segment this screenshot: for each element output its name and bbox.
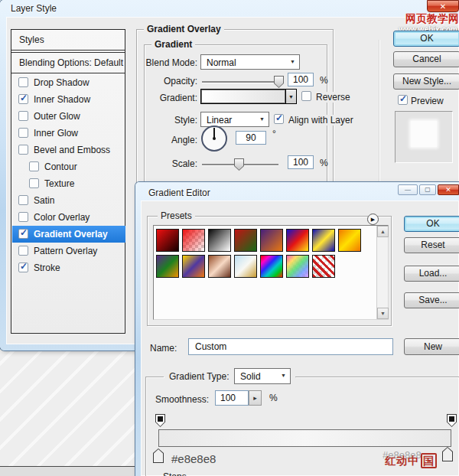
blend-mode-dropdown[interactable]: Normal	[200, 54, 300, 70]
gradient-editor-title: Gradient Editor	[148, 187, 210, 198]
reverse-label: Reverse	[314, 92, 352, 103]
gradient-preset-red-to-transparent[interactable]	[182, 229, 205, 252]
new-button[interactable]: New	[404, 338, 459, 355]
presets-box: ▲ ▼	[153, 225, 389, 320]
scale-input[interactable]: 100	[288, 155, 314, 169]
gradient-type-dropdown[interactable]: Solid	[234, 368, 291, 384]
style-item-outer-glow[interactable]: Outer Glow	[12, 108, 125, 125]
preset-tiles	[154, 226, 376, 321]
reset-button[interactable]: Reset	[404, 237, 459, 253]
style-item-inner-glow[interactable]: Inner Glow	[12, 125, 125, 142]
opacity-input[interactable]: 100	[288, 73, 314, 86]
scroll-down-icon[interactable]: ▼	[377, 308, 389, 319]
gradient-subgroup-title: Gradient	[151, 39, 195, 50]
preview-checkbox[interactable]	[398, 95, 408, 105]
gradient-editor-window: Gradient Editor — ▢ ✕ Presets ▶ ▲ ▼ Name…	[135, 182, 459, 476]
group-line	[145, 377, 146, 476]
gradient-type-value: Solid	[240, 371, 261, 382]
stops-group-title: Stops	[163, 471, 187, 476]
style-item-gradient-overlay[interactable]: Gradient Overlay	[12, 226, 125, 243]
angle-input[interactable]: 90	[236, 131, 266, 145]
style-item-label: Texture	[44, 178, 74, 189]
reverse-checkbox[interactable]	[301, 91, 311, 101]
opacity-slider-track[interactable]	[202, 81, 282, 83]
gradient-preset-orange-yellow-orange[interactable]	[338, 229, 361, 252]
presets-scrollbar[interactable]: ▲ ▼	[376, 226, 388, 319]
style-item-label: Pattern Overlay	[34, 246, 97, 256]
style-item-label: Inner Glow	[34, 128, 78, 139]
gradient-swatch-arrow[interactable]: ▼	[285, 89, 297, 104]
opacity-unit: %	[320, 75, 328, 86]
style-item-contour[interactable]: Contour	[12, 158, 125, 175]
unchecked-checkbox-icon[interactable]	[18, 195, 28, 205]
gradient-preset-blue-yellow-blue[interactable]	[312, 229, 335, 252]
scroll-up-icon[interactable]: ▲	[377, 226, 389, 237]
name-input[interactable]: Custom	[188, 338, 393, 355]
maximize-icon[interactable]: ▢	[419, 184, 436, 195]
style-item-label: Inner Shadow	[34, 94, 90, 105]
close-icon[interactable]: ✕	[438, 184, 459, 195]
unchecked-checkbox-icon[interactable]	[18, 212, 28, 222]
style-item-satin[interactable]: Satin	[12, 192, 125, 209]
style-item-label: Color Overlay	[34, 212, 90, 223]
unchecked-checkbox-icon[interactable]	[18, 246, 28, 256]
background-footer	[0, 467, 142, 476]
gradient-preset-red-to-black[interactable]	[156, 229, 179, 252]
align-with-layer-checkbox[interactable]	[274, 114, 284, 124]
ok-button[interactable]: OK	[404, 216, 459, 232]
checked-checkbox-icon[interactable]	[18, 229, 28, 239]
unchecked-checkbox-icon[interactable]	[29, 178, 39, 188]
style-label: Style:	[115, 115, 197, 126]
gradient-preset-violet-to-orange[interactable]	[260, 229, 283, 252]
minimize-icon[interactable]: —	[398, 184, 418, 195]
style-item-drop-shadow[interactable]: Drop Shadow	[12, 74, 125, 91]
style-dropdown[interactable]: Linear	[200, 112, 269, 127]
gradient-preset-spectrum[interactable]	[260, 255, 283, 278]
style-item-label: Satin	[34, 195, 54, 206]
style-item-label: Contour	[44, 161, 77, 172]
gradient-preset-black-to-white[interactable]	[208, 229, 231, 252]
angle-dial[interactable]	[201, 126, 227, 152]
new-style-button[interactable]: New Style...	[393, 73, 459, 90]
group-line	[295, 377, 459, 377]
style-item-texture[interactable]: Texture	[12, 175, 125, 192]
presets-menu-icon[interactable]: ▶	[367, 214, 379, 225]
angle-center-dot	[213, 137, 216, 140]
left-stop-hex: #e8e8e8	[171, 452, 216, 465]
style-item-bevel-and-emboss[interactable]: Bevel and Emboss	[12, 142, 125, 158]
gradient-swatch[interactable]	[200, 89, 286, 104]
gradient-preset-violet-green-orange[interactable]	[156, 255, 179, 278]
style-item-pattern-overlay[interactable]: Pattern Overlay	[12, 243, 125, 259]
style-item-stroke[interactable]: Stroke	[12, 259, 125, 276]
gradient-preset-pastel-rainbow-transparent[interactable]	[286, 255, 309, 278]
gradient-preset-blue-red-yellow[interactable]	[286, 229, 309, 252]
unchecked-checkbox-icon[interactable]	[29, 161, 39, 171]
style-item-color-overlay[interactable]: Color Overlay	[12, 209, 125, 226]
group-line	[145, 377, 164, 377]
style-item-label: Drop Shadow	[34, 77, 90, 88]
gradient-preset-copper[interactable]	[208, 255, 231, 278]
unchecked-checkbox-icon[interactable]	[18, 128, 28, 138]
smoothness-input[interactable]: 100	[215, 390, 249, 406]
checked-checkbox-icon[interactable]	[18, 94, 28, 104]
checked-checkbox-icon[interactable]	[18, 262, 28, 272]
unchecked-checkbox-icon[interactable]	[18, 145, 28, 155]
gradient-preset-red-to-green[interactable]	[234, 229, 257, 252]
ok-button[interactable]: OK	[393, 31, 459, 47]
close-icon[interactable]: ✕	[427, 0, 459, 12]
gradient-preset-red-diagonal-stripes[interactable]	[312, 255, 335, 278]
unchecked-checkbox-icon[interactable]	[18, 77, 28, 87]
styles-panel: Styles Blending Options: Default Drop Sh…	[11, 29, 125, 334]
screenshot-root: Layer Style ✕ 网页教学网 www.webjx.com Styles…	[0, 0, 459, 476]
load-button[interactable]: Load...	[404, 266, 459, 282]
save-button[interactable]: Save...	[404, 292, 459, 308]
unchecked-checkbox-icon[interactable]	[18, 111, 28, 121]
smoothness-spinner-icon[interactable]: ▸	[249, 390, 262, 406]
style-item-label: Bevel and Emboss	[34, 145, 110, 155]
gradient-bar[interactable]	[158, 429, 451, 447]
style-item-inner-shadow[interactable]: Inner Shadow	[12, 91, 125, 108]
watermark-red-stamp-seal: 国	[421, 453, 437, 468]
cancel-button[interactable]: Cancel	[393, 51, 459, 67]
gradient-preset-chrome-gold[interactable]	[234, 255, 257, 278]
gradient-preset-yellow-violet-orange[interactable]	[182, 255, 205, 278]
